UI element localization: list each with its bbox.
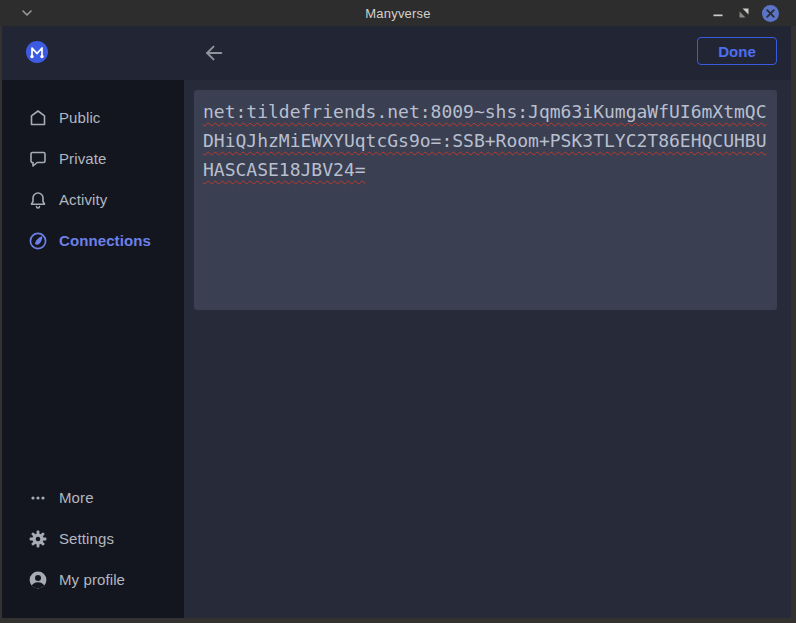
sidebar-item-label: Private bbox=[59, 150, 106, 167]
sidebar-item-label: Activity bbox=[59, 191, 107, 208]
hat-icon bbox=[28, 108, 48, 128]
window-title: Manyverse bbox=[0, 6, 796, 21]
minimize-button[interactable] bbox=[706, 1, 730, 25]
sidebar-item-label: My profile bbox=[59, 571, 125, 588]
sidebar-spacer bbox=[2, 261, 184, 477]
sidebar-item-my-profile[interactable]: My profile bbox=[2, 559, 184, 600]
minimize-icon bbox=[713, 8, 723, 18]
sidebar-item-connections[interactable]: Connections bbox=[2, 220, 184, 261]
sidebar: Public Private Activity Connections bbox=[2, 80, 184, 618]
done-button[interactable]: Done bbox=[697, 37, 777, 65]
sidebar-item-activity[interactable]: Activity bbox=[2, 179, 184, 220]
invite-input-value: net:tildefriends.net:8009~shs:Jqm63iKumg… bbox=[203, 97, 768, 184]
sidebar-item-settings[interactable]: Settings bbox=[2, 518, 184, 559]
close-icon bbox=[762, 5, 779, 22]
app-content: Public Private Activity Connections bbox=[2, 80, 791, 618]
back-button[interactable] bbox=[201, 41, 227, 65]
sidebar-item-public[interactable]: Public bbox=[2, 97, 184, 138]
sidebar-bottom-group: More bbox=[2, 477, 184, 618]
logo-m-icon bbox=[26, 41, 48, 63]
connections-icon bbox=[28, 231, 48, 251]
sidebar-item-more[interactable]: More bbox=[2, 477, 184, 518]
sidebar-item-label: Connections bbox=[59, 232, 151, 249]
speech-bubble-icon bbox=[28, 149, 48, 169]
main-panel: net:tildefriends.net:8009~shs:Jqm63iKumg… bbox=[184, 80, 791, 618]
app-topbar: Done bbox=[2, 26, 791, 80]
manyverse-app: Done Public Private Activity bbox=[2, 26, 791, 618]
gear-icon bbox=[28, 529, 48, 549]
close-button[interactable] bbox=[758, 1, 782, 25]
restore-icon bbox=[739, 8, 749, 18]
sidebar-item-label: Settings bbox=[59, 530, 114, 547]
sidebar-item-label: Public bbox=[59, 109, 100, 126]
arrow-left-icon bbox=[203, 43, 225, 63]
invite-input[interactable]: net:tildefriends.net:8009~shs:Jqm63iKumg… bbox=[194, 90, 777, 310]
sidebar-item-label: More bbox=[59, 489, 94, 506]
window-controls bbox=[706, 1, 782, 25]
ellipsis-icon bbox=[28, 488, 48, 508]
profile-icon bbox=[28, 570, 48, 590]
manyverse-logo bbox=[26, 41, 48, 63]
bell-icon bbox=[28, 190, 48, 210]
window-titlebar: Manyverse bbox=[0, 0, 796, 26]
sidebar-item-private[interactable]: Private bbox=[2, 138, 184, 179]
restore-button[interactable] bbox=[732, 1, 756, 25]
